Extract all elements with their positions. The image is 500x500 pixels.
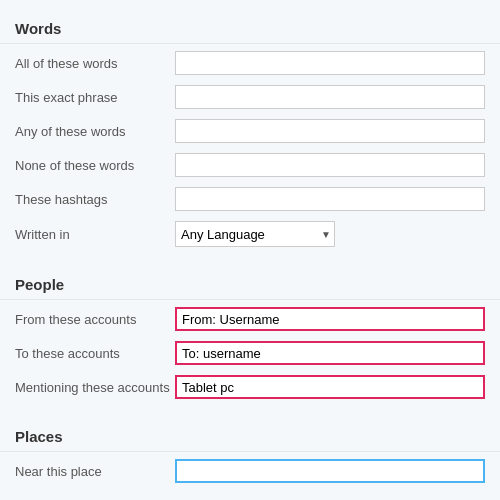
none-words-input[interactable]: [175, 153, 485, 177]
written-in-row: Written in Any Language English Spanish …: [0, 216, 500, 252]
none-words-label: None of these words: [15, 158, 175, 173]
from-accounts-row: From these accounts: [0, 302, 500, 336]
language-select-container: Any Language English Spanish French Germ…: [175, 221, 335, 247]
mentioning-accounts-input[interactable]: [175, 375, 485, 399]
all-words-input[interactable]: [175, 51, 485, 75]
gap-1: [0, 252, 500, 266]
hashtags-input[interactable]: [175, 187, 485, 211]
to-accounts-input[interactable]: [175, 341, 485, 365]
mentioning-accounts-label: Mentioning these accounts: [15, 380, 175, 395]
words-section-title: Words: [0, 10, 500, 44]
any-words-input[interactable]: [175, 119, 485, 143]
to-accounts-label: To these accounts: [15, 346, 175, 361]
people-section: People From these accounts To these acco…: [0, 266, 500, 404]
gap-3: [0, 488, 500, 500]
people-section-title: People: [0, 266, 500, 300]
exact-phrase-row: This exact phrase: [0, 80, 500, 114]
near-place-label: Near this place: [15, 464, 175, 479]
exact-phrase-input[interactable]: [175, 85, 485, 109]
places-section-title: Places: [0, 418, 500, 452]
any-words-label: Any of these words: [15, 124, 175, 139]
near-place-row: Near this place: [0, 454, 500, 488]
places-section: Places Near this place: [0, 418, 500, 488]
hashtags-row: These hashtags: [0, 182, 500, 216]
to-accounts-row: To these accounts: [0, 336, 500, 370]
mentioning-accounts-row: Mentioning these accounts: [0, 370, 500, 404]
from-accounts-label: From these accounts: [15, 312, 175, 327]
hashtags-label: These hashtags: [15, 192, 175, 207]
all-words-label: All of these words: [15, 56, 175, 71]
written-in-label: Written in: [15, 227, 175, 242]
language-select[interactable]: Any Language English Spanish French Germ…: [175, 221, 335, 247]
any-words-row: Any of these words: [0, 114, 500, 148]
gap-2: [0, 404, 500, 418]
near-place-input[interactable]: [175, 459, 485, 483]
from-accounts-input[interactable]: [175, 307, 485, 331]
words-section: Words All of these words This exact phra…: [0, 10, 500, 252]
exact-phrase-label: This exact phrase: [15, 90, 175, 105]
all-words-row: All of these words: [0, 46, 500, 80]
none-words-row: None of these words: [0, 148, 500, 182]
